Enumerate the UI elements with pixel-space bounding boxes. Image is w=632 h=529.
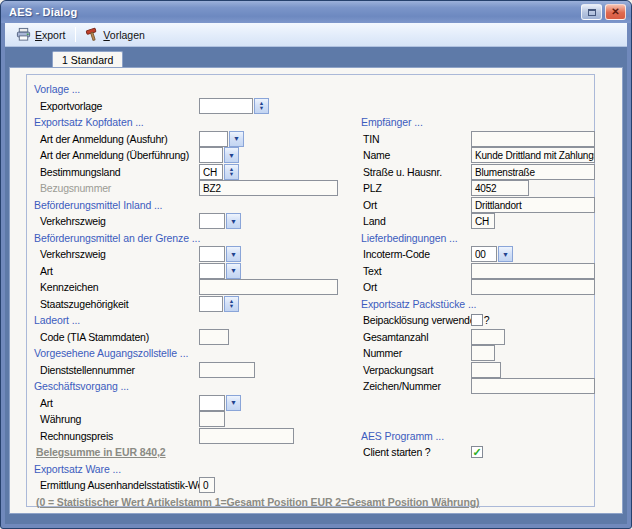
ort-input[interactable]: Drittlandort bbox=[471, 197, 595, 213]
kennzeichen-input[interactable] bbox=[199, 279, 338, 295]
form-cell: TIN bbox=[361, 131, 595, 148]
form-cell: Verkehrszweig▼ bbox=[27, 246, 360, 263]
empfänger-section-header: Empfänger ... bbox=[361, 116, 423, 128]
form-row: Geschäftsvorgang ...Zeichen/Nummer bbox=[27, 378, 594, 395]
form-cell: OrtDrittlandort bbox=[361, 197, 595, 214]
dienststellennummer-input[interactable] bbox=[199, 362, 255, 378]
verkehrszweig-combo-value[interactable] bbox=[199, 213, 225, 229]
straße-u-hausnr-control: Blumenstraße bbox=[471, 164, 595, 180]
form-row: Vorgesehene Augangszollstelle ...Nummer bbox=[27, 345, 594, 362]
form-cell: Art▼ bbox=[27, 395, 360, 412]
form-row: Vorlage ... bbox=[27, 81, 594, 98]
form-cell: (0 = Statistischer Wert Artikelstamm 1=G… bbox=[27, 494, 360, 511]
form-cell: Geschäftsvorgang ... bbox=[27, 378, 360, 395]
export-button[interactable]: Export bbox=[11, 25, 72, 44]
nummer-input[interactable] bbox=[471, 345, 495, 361]
exportvorlage-label: Exportvorlage bbox=[40, 100, 102, 112]
staatszugehörigkeit-spin-value[interactable] bbox=[199, 296, 223, 312]
straße-u-hausnr-input[interactable]: Blumenstraße bbox=[471, 164, 595, 180]
form-cell: Client starten ?✓ bbox=[361, 444, 595, 461]
rechnungspreis-input[interactable] bbox=[199, 428, 294, 444]
window-title: AES - Dialog bbox=[9, 6, 578, 18]
close-button[interactable]: ✕ bbox=[605, 4, 626, 20]
art-der-anmeldung-überführung-dropdown-button[interactable]: ▼ bbox=[224, 147, 239, 163]
client-starten-label: Client starten ? bbox=[363, 446, 430, 458]
bezugsnummer-input[interactable]: BZ2 bbox=[199, 180, 338, 196]
tin-label: TIN bbox=[363, 133, 379, 145]
plz-input[interactable]: 4052 bbox=[471, 180, 529, 196]
form-rows: Vorlage ...Exportvorlage▲▼Exportsatz Kop… bbox=[27, 75, 594, 506]
form-cell: Lieferbedingungen ... bbox=[361, 230, 595, 247]
export-button-label: Export bbox=[35, 29, 65, 41]
dialog-client-area: 1 Standard Vorlage ...Exportvorlage▲▼Exp… bbox=[5, 47, 627, 524]
land-input[interactable]: CH bbox=[471, 213, 495, 229]
incoterm-code-combo-value[interactable]: 00 bbox=[471, 246, 497, 262]
form-cell: Vorgesehene Augangszollstelle ... bbox=[27, 345, 360, 362]
nummer-label: Nummer bbox=[363, 347, 402, 359]
kennzeichen-label: Kennzeichen bbox=[40, 281, 99, 293]
beförderungsmittel-inland-section-header: Beförderungsmittel Inland ... bbox=[34, 199, 162, 211]
exportvorlage-spin-value[interactable] bbox=[199, 98, 253, 114]
ort-label: Ort bbox=[363, 281, 377, 293]
form-cell: Exportsatz Ware ... bbox=[27, 461, 360, 478]
währung-input[interactable] bbox=[199, 411, 225, 427]
art-der-anmeldung-überführung-control: ▼ bbox=[199, 147, 239, 163]
ort-input[interactable] bbox=[471, 279, 595, 295]
währung-label: Währung bbox=[40, 413, 81, 425]
verpackungsart-input[interactable] bbox=[471, 362, 501, 378]
form-cell: Kennzeichen bbox=[27, 279, 360, 296]
form-cell: Staatszugehörigkeit▲▼ bbox=[27, 296, 360, 313]
maximize-button[interactable] bbox=[581, 4, 602, 20]
währung-control bbox=[199, 411, 225, 427]
form-row: Belegsumme in EUR 840,2Client starten ?✓ bbox=[27, 444, 594, 461]
text-input[interactable] bbox=[471, 263, 595, 279]
beipacklösung-verwenden-checkbox[interactable] bbox=[471, 314, 483, 326]
verkehrszweig-dropdown-button[interactable]: ▼ bbox=[226, 213, 241, 229]
ermittlung-ausenhandelsstatistik-wert-label: Ermittlung Ausenhandelsstatistik-Wert bbox=[40, 479, 209, 491]
plz-control: 4052 bbox=[471, 180, 529, 196]
staatszugehörigkeit-spinner[interactable]: ▲▼ bbox=[224, 296, 239, 312]
client-starten-checkbox[interactable]: ✓ bbox=[471, 446, 483, 458]
vorlagen-button[interactable]: Vorlagen bbox=[79, 25, 151, 44]
form-row: Art der Anmeldung (Überführung)▼NameKund… bbox=[27, 147, 594, 164]
name-input[interactable]: Kunde Drittland mit Zahlungskon bbox=[471, 147, 595, 163]
form-cell: Zeichen/Nummer bbox=[361, 378, 595, 395]
form-cell: Beförderungsmittel an der Grenze ... bbox=[27, 230, 360, 247]
verkehrszweig-label: Verkehrszweig bbox=[40, 215, 106, 227]
form-row: Art▼Text bbox=[27, 263, 594, 280]
verkehrszweig-combo-value[interactable] bbox=[199, 246, 225, 262]
verkehrszweig-dropdown-button[interactable]: ▼ bbox=[226, 246, 241, 262]
art-der-anmeldung-ausfuhr-combo-value[interactable] bbox=[199, 131, 228, 147]
art-combo-value[interactable] bbox=[199, 263, 225, 279]
exportvorlage-spinner[interactable]: ▲▼ bbox=[254, 98, 269, 114]
art-combo-value[interactable] bbox=[199, 395, 225, 411]
lieferbedingungen-section-header: Lieferbedingungen ... bbox=[361, 232, 458, 244]
geschäftsvorgang-section-header: Geschäftsvorgang ... bbox=[34, 380, 129, 392]
bestimmungsland-spinner[interactable]: ▲▼ bbox=[224, 164, 239, 180]
vorgesehene-augangszollstelle-section-header: Vorgesehene Augangszollstelle ... bbox=[34, 347, 188, 359]
art-dropdown-button[interactable]: ▼ bbox=[226, 263, 241, 279]
code-tia-stammdaten-input[interactable] bbox=[199, 329, 229, 345]
ermittlung-ausenhandelsstatistik-wert-input[interactable]: 0 bbox=[199, 477, 215, 493]
art-der-anmeldung-ausfuhr-dropdown-button[interactable]: ▼ bbox=[229, 131, 244, 147]
art-control: ▼ bbox=[199, 395, 241, 411]
ermittlung-ausenhandelsstatistik-wert-control: 0 bbox=[199, 477, 215, 493]
art-der-anmeldung-ausfuhr-label: Art der Anmeldung (Ausfuhr) bbox=[40, 133, 168, 145]
toolbar-separator bbox=[75, 27, 76, 42]
zeichen-nummer-input[interactable] bbox=[471, 378, 595, 394]
form-row: Verkehrszweig▼LandCH bbox=[27, 213, 594, 230]
tab-standard[interactable]: 1 Standard bbox=[52, 51, 123, 68]
incoterm-code-dropdown-button[interactable]: ▼ bbox=[498, 246, 513, 262]
bestimmungsland-spin-value[interactable]: CH bbox=[199, 164, 223, 180]
tin-input[interactable] bbox=[471, 131, 595, 147]
titlebar[interactable]: AES - Dialog ✕ bbox=[1, 1, 631, 23]
gesamtanzahl-input[interactable] bbox=[471, 329, 505, 345]
form-cell: Beförderungsmittel Inland ... bbox=[27, 197, 360, 214]
art-der-anmeldung-überführung-combo-value[interactable] bbox=[199, 147, 223, 163]
form-cell: Art▼ bbox=[27, 263, 360, 280]
verkehrszweig-label: Verkehrszweig bbox=[40, 248, 106, 260]
art-label: Art bbox=[40, 265, 53, 277]
verpackungsart-control bbox=[471, 362, 501, 378]
art-dropdown-button[interactable]: ▼ bbox=[226, 395, 241, 411]
aes-dialog-window: AES - Dialog ✕ Export bbox=[0, 0, 632, 529]
